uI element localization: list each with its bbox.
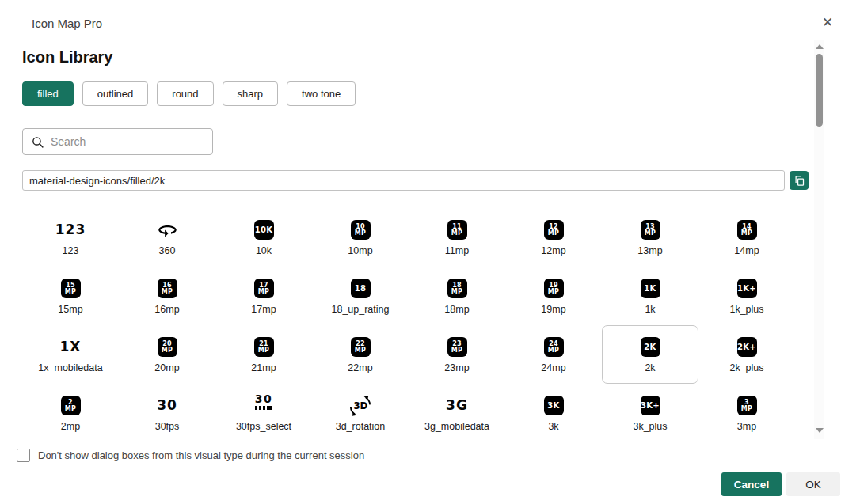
icon-item-3g_mobiledata[interactable]: 3G3g_mobiledata bbox=[409, 384, 505, 442]
icon-item-13mp[interactable]: 13MP13mp bbox=[602, 208, 698, 267]
2k-icon: 2K bbox=[641, 335, 660, 359]
15mp-icon: 15MP bbox=[61, 276, 81, 301]
icon-label: 11mp bbox=[445, 245, 469, 256]
icon-item-16mp[interactable]: 16MP16mp bbox=[119, 267, 215, 325]
search-box[interactable] bbox=[22, 128, 213, 155]
icon-item-30fps[interactable]: 3030fps bbox=[119, 384, 215, 442]
icon-item-11mp[interactable]: 11MP11mp bbox=[409, 208, 505, 267]
123-icon: 123 bbox=[55, 218, 86, 242]
scroll-down-icon[interactable] bbox=[816, 428, 824, 433]
icon-item-360[interactable]: 360 bbox=[119, 208, 215, 267]
icon-label: 30fps bbox=[155, 421, 180, 432]
18mp-icon: 18MP bbox=[447, 276, 467, 301]
13mp-icon: 13MP bbox=[641, 218, 660, 242]
icon-label: 13mp bbox=[637, 245, 662, 256]
icon-label: 1x_mobiledata bbox=[38, 362, 102, 373]
dont-show-checkbox[interactable] bbox=[17, 449, 30, 462]
icon-item-3k[interactable]: 3K3k bbox=[505, 384, 602, 442]
icon-label: 10k bbox=[256, 245, 272, 256]
close-icon[interactable]: ✕ bbox=[818, 13, 837, 32]
icon-item-23mp[interactable]: 23MP23mp bbox=[409, 325, 505, 384]
icon-label: 360 bbox=[159, 245, 176, 256]
icon-item-1k_plus[interactable]: 1K+1k_plus bbox=[698, 267, 795, 325]
search-input[interactable] bbox=[51, 135, 204, 148]
icon-label: 24mp bbox=[541, 362, 565, 373]
3k_plus-icon: 3K+ bbox=[641, 393, 660, 418]
icon-item-14mp[interactable]: 14MP14mp bbox=[698, 208, 795, 267]
icon-label: 18_up_rating bbox=[332, 304, 390, 315]
icon-label: 3k bbox=[548, 421, 558, 432]
icon-label: 3mp bbox=[737, 421, 756, 432]
3g_mobiledata-icon: 3G bbox=[446, 393, 468, 418]
360-icon bbox=[157, 218, 178, 242]
icon-label: 3d_rotation bbox=[336, 421, 386, 432]
icon-item-1k[interactable]: 1K1k bbox=[602, 267, 698, 325]
cancel-button[interactable]: Cancel bbox=[721, 472, 782, 496]
19mp-icon: 19MP bbox=[544, 276, 564, 301]
icon-item-2k[interactable]: 2K2k bbox=[602, 325, 698, 384]
icon-path-input[interactable] bbox=[22, 170, 785, 191]
icon-item-12mp[interactable]: 12MP12mp bbox=[505, 208, 602, 267]
3d_rotation-icon: 3D bbox=[349, 393, 371, 418]
1x_mobiledata-icon: 1X bbox=[60, 335, 82, 359]
style-chip-sharp[interactable]: sharp bbox=[223, 81, 279, 106]
2k_plus-icon: 2K+ bbox=[737, 335, 757, 359]
11mp-icon: 11MP bbox=[447, 218, 467, 242]
icon-item-18mp[interactable]: 18MP18mp bbox=[409, 267, 505, 325]
icon-item-22mp[interactable]: 22MP22mp bbox=[312, 325, 409, 384]
icon-item-30fps_select[interactable]: 3030fps_select bbox=[215, 384, 312, 442]
icon-item-3mp[interactable]: 3MP3mp bbox=[698, 384, 795, 442]
icon-item-123[interactable]: 123123 bbox=[22, 208, 119, 267]
icon-label: 18mp bbox=[444, 304, 469, 315]
icon-label: 1k bbox=[645, 304, 655, 315]
icon-label: 21mp bbox=[251, 362, 276, 373]
style-chip-two-tone[interactable]: two tone bbox=[287, 81, 356, 106]
icon-label: 15mp bbox=[58, 304, 82, 315]
icon-item-20mp[interactable]: 20MP20mp bbox=[119, 325, 215, 384]
icon-label: 23mp bbox=[444, 362, 469, 373]
12mp-icon: 12MP bbox=[544, 218, 564, 242]
icon-label: 16mp bbox=[154, 304, 179, 315]
icon-item-17mp[interactable]: 17MP17mp bbox=[215, 267, 312, 325]
copy-path-button[interactable] bbox=[790, 171, 809, 190]
icon-item-2mp[interactable]: 2MP2mp bbox=[22, 384, 119, 442]
icon-label: 17mp bbox=[251, 304, 276, 315]
icon-label: 2k_plus bbox=[729, 362, 763, 373]
icon-grid: 12312336010K10k10MP10mp11MP11mp12MP12mp1… bbox=[22, 208, 795, 442]
style-chip-outlined[interactable]: outlined bbox=[82, 81, 149, 106]
icon-label: 2mp bbox=[61, 421, 80, 432]
style-chip-filled[interactable]: filled bbox=[22, 81, 74, 106]
icon-label: 22mp bbox=[348, 362, 372, 373]
scrollbar-thumb[interactable] bbox=[816, 54, 823, 127]
dont-show-label: Don't show dialog boxes from this visual… bbox=[38, 449, 364, 461]
21mp-icon: 21MP bbox=[254, 335, 274, 359]
23mp-icon: 23MP bbox=[447, 335, 467, 359]
16mp-icon: 16MP bbox=[158, 276, 177, 301]
icon-item-19mp[interactable]: 19MP19mp bbox=[505, 267, 602, 325]
copy-icon bbox=[793, 175, 805, 187]
style-chip-round[interactable]: round bbox=[157, 81, 213, 106]
window-title: Icon Map Pro bbox=[32, 17, 102, 30]
icon-label: 2k bbox=[645, 362, 655, 373]
3mp-icon: 3MP bbox=[737, 393, 757, 418]
icon-label: 123 bbox=[63, 245, 79, 256]
scroll-up-icon[interactable] bbox=[816, 44, 824, 49]
18_up_rating-icon: 18 bbox=[351, 276, 371, 301]
ok-button[interactable]: OK bbox=[786, 472, 840, 496]
icon-item-3k_plus[interactable]: 3K+3k_plus bbox=[602, 384, 698, 442]
style-filter-group: filledoutlinedroundsharptwo tone bbox=[22, 81, 356, 106]
icon-item-1x_mobiledata[interactable]: 1X1x_mobiledata bbox=[22, 325, 119, 384]
icon-item-21mp[interactable]: 21MP21mp bbox=[215, 325, 312, 384]
scrollbar[interactable] bbox=[814, 40, 824, 439]
icon-item-10mp[interactable]: 10MP10mp bbox=[312, 208, 409, 267]
icon-item-10k[interactable]: 10K10k bbox=[215, 208, 312, 267]
icon-item-15mp[interactable]: 15MP15mp bbox=[22, 267, 119, 325]
icon-label: 12mp bbox=[541, 245, 565, 256]
icon-item-18_up_rating[interactable]: 1818_up_rating bbox=[312, 267, 409, 325]
icon-label: 19mp bbox=[541, 304, 565, 315]
icon-item-24mp[interactable]: 24MP24mp bbox=[505, 325, 602, 384]
icon-item-2k_plus[interactable]: 2K+2k_plus bbox=[698, 325, 795, 384]
icon-item-3d_rotation[interactable]: 3D3d_rotation bbox=[312, 384, 409, 442]
search-icon bbox=[31, 135, 44, 149]
3k-icon: 3K bbox=[544, 393, 564, 418]
